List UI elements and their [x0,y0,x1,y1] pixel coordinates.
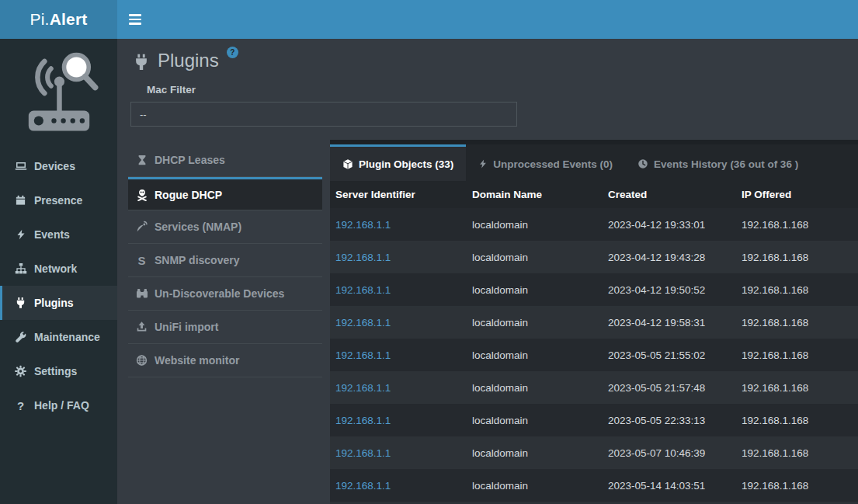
plugin-table-panel: Plugin Objects (33) Unprocessed Events (… [330,140,858,504]
table-row: 192.168.1.1 localdomain 2023-04-12 19:58… [330,306,858,339]
domain-cell: localdomain [467,339,603,371]
plugin-nav-snmp-discovery[interactable]: S SNMP discovery [128,244,322,277]
ip-cell: 192.168.1.168 [736,436,858,469]
table-row: 192.168.1.1 localdomain 2023-05-05 21:57… [330,371,858,404]
tab-bar: Plugin Objects (33) Unprocessed Events (… [330,144,858,181]
sidebar-item-label: Help / FAQ [34,399,89,412]
router-scanner-logo [0,39,117,149]
plugin-nav-label: SNMP discovery [155,254,239,266]
sidebar: Devices Presence Events Network Plugins … [0,39,117,504]
gear-icon [14,365,27,377]
col-header-ip-offered: IP Offered [736,181,858,208]
plug-icon [14,297,27,309]
top-navbar: Pi.Alert [0,0,858,39]
domain-cell: localdomain [467,404,603,436]
sidebar-item-maintenance[interactable]: Maintenance [0,320,117,354]
page-title: Plugins [158,50,219,71]
created-cell: 2023-04-12 19:58:31 [603,306,736,339]
brand-logo[interactable]: Pi.Alert [0,0,117,39]
plugin-nav-rogue-dhcp[interactable]: Rogue DHCP [128,177,322,210]
tab-label: Events History (36 out of 36 ) [654,158,798,170]
calendar-icon [14,194,27,207]
globe-icon [135,354,148,367]
sidebar-item-presence[interactable]: Presence [0,183,117,217]
laptop-icon [14,160,27,172]
sidebar-item-plugins[interactable]: Plugins [0,286,117,320]
server-link[interactable]: 192.168.1.1 [335,219,391,231]
domain-cell: localdomain [467,273,603,306]
plugin-nav-dhcp-leases[interactable]: DHCP Leases [128,144,322,177]
ip-cell: 192.168.1.168 [736,371,858,404]
plugin-nav-label: Rogue DHCP [155,189,222,201]
domain-cell: localdomain [467,469,603,502]
sidebar-item-label: Maintenance [34,331,100,343]
clock-icon [637,158,648,169]
sidebar-item-label: Plugins [34,297,74,309]
server-link[interactable]: 192.168.1.1 [335,284,391,296]
bolt-icon [14,228,27,241]
sidebar-item-settings[interactable]: Settings [0,354,117,388]
plugin-nav-unifi-import[interactable]: UniFi import [128,311,322,344]
help-badge[interactable]: ? [227,47,238,58]
domain-cell: localdomain [467,436,603,469]
plugin-nav-services-nmap[interactable]: Services (NMAP) [128,210,322,244]
sidebar-item-devices[interactable]: Devices [0,149,117,183]
plugin-nav-label: Un-Discoverable Devices [155,287,284,300]
server-link[interactable]: 192.168.1.1 [335,252,391,263]
brand-prefix: Pi. [30,10,50,29]
mac-filter-input[interactable] [130,102,517,127]
sidebar-item-label: Devices [34,160,75,172]
domain-cell: localdomain [467,371,603,404]
created-cell: 2023-04-12 19:50:52 [603,273,736,306]
server-link[interactable]: 192.168.1.1 [335,480,391,492]
ip-cell: 192.168.1.168 [736,469,858,502]
hourglass-icon [135,154,148,166]
ip-cell: 192.168.1.168 [736,273,858,306]
domain-cell: localdomain [467,241,603,273]
col-header-server-identifier: Server Identifier [330,181,467,208]
sidebar-item-help-faq[interactable]: ? Help / FAQ [0,388,117,422]
plugin-nav-label: UniFi import [155,321,218,333]
created-cell: 2023-05-14 14:03:51 [603,469,736,502]
cube-icon [342,158,353,170]
sidebar-item-label: Network [34,262,77,275]
table-row: 192.168.1.1 localdomain 2023-05-05 21:55… [330,339,858,371]
sidebar-item-events[interactable]: Events [0,217,117,252]
sidebar-item-label: Events [34,228,70,241]
domain-cell: localdomain [467,208,603,241]
plugin-nav-website-monitor[interactable]: Website monitor [128,344,322,377]
server-link[interactable]: 192.168.1.1 [335,447,391,459]
dhcp-objects-table: Server Identifier Domain Name Created IP… [330,181,858,502]
tab-unprocessed-events[interactable]: Unprocessed Events (0) [466,144,625,181]
binoculars-icon [135,287,148,300]
tab-events-history[interactable]: Events History (36 out of 36 ) [625,144,811,181]
plugin-nav-undiscoverable-devices[interactable]: Un-Discoverable Devices [128,277,322,311]
plug-icon [133,53,150,71]
ip-cell: 192.168.1.168 [736,241,858,273]
mac-filter-label: Mac Filter [147,84,858,96]
server-link[interactable]: 192.168.1.1 [335,382,391,394]
table-row: 192.168.1.1 localdomain 2023-05-14 14:03… [330,469,858,502]
server-link[interactable]: 192.168.1.1 [335,415,391,426]
upload-icon [135,321,148,333]
server-link[interactable]: 192.168.1.1 [335,349,391,361]
sidebar-item-network[interactable]: Network [0,252,117,286]
ip-cell: 192.168.1.168 [736,339,858,371]
table-row: 192.168.1.1 localdomain 2023-05-05 22:33… [330,404,858,436]
hamburger-icon[interactable] [117,0,153,39]
tab-plugin-objects[interactable]: Plugin Objects (33) [330,144,466,181]
server-link[interactable]: 192.168.1.1 [335,317,391,328]
bolt-icon [478,158,488,169]
brand-bold: Alert [50,10,88,29]
plugin-nav-label: Services (NMAP) [155,221,241,233]
col-header-created: Created [603,181,736,208]
created-cell: 2023-04-12 19:33:01 [603,208,736,241]
skull-crossbones-icon [135,189,148,201]
ip-cell: 192.168.1.168 [736,208,858,241]
tab-label: Unprocessed Events (0) [493,158,613,170]
created-cell: 2023-05-05 22:33:13 [603,404,736,436]
plugin-nav: DHCP Leases Rogue DHCP Services (NMAP) S… [128,144,322,377]
table-row: 192.168.1.1 localdomain 2023-04-12 19:43… [330,241,858,273]
plugin-nav-label: DHCP Leases [155,154,225,166]
table-row: 192.168.1.1 localdomain 2023-04-12 19:33… [330,208,858,241]
